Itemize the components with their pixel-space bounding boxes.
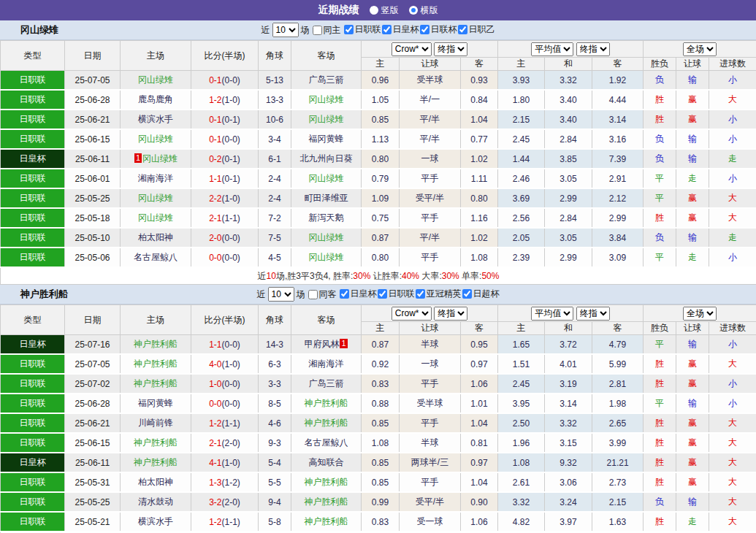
home-team[interactable]: 横滨水手 <box>138 114 173 124</box>
match-row: 日职联 25-05-10 柏太阳神 2-0(0-0) 7-5 冈山绿雉 0.87… <box>1 228 756 248</box>
league-filter[interactable]: 日皇杯 <box>381 23 419 36</box>
recent-count-select[interactable]: 10 <box>268 287 294 302</box>
home-team[interactable]: 福冈黄蜂 <box>138 398 173 408</box>
result-handicap: 走 <box>676 512 709 532</box>
league-checkbox[interactable] <box>378 289 387 299</box>
average-select[interactable]: 平均值 <box>531 42 573 56</box>
league-checkbox[interactable] <box>420 25 429 34</box>
home-team[interactable]: 川崎前锋 <box>138 418 173 428</box>
away-team[interactable]: 冈山绿雉 <box>309 173 344 183</box>
home-team[interactable]: 冈山绿雉 <box>138 212 173 223</box>
away-team[interactable]: 神户胜利船 <box>305 477 348 487</box>
away-team[interactable]: 湘南海洋 <box>309 358 344 369</box>
crow-select[interactable]: Crow* <box>392 42 432 56</box>
final-avg-select[interactable]: 终指 <box>576 307 610 321</box>
match-score: 0-2(0-1) <box>191 149 259 169</box>
avg-draw-odds: 3.32 <box>545 413 592 433</box>
away-team[interactable]: 神户胜利船 <box>305 418 348 428</box>
corner-count: 13-3 <box>259 90 291 110</box>
away-team[interactable]: 神户胜利船 <box>305 496 348 507</box>
match-date: 25-05-18 <box>65 208 121 228</box>
away-team-cell: 北九州向日葵 <box>291 149 362 169</box>
home-team[interactable]: 冈山绿雉 <box>138 193 173 203</box>
home-team[interactable]: 冈山绿雉 <box>138 74 173 85</box>
same-venue-filter[interactable]: 同客 <box>308 288 337 301</box>
league-checkbox[interactable] <box>458 25 467 34</box>
home-team[interactable]: 神户胜利船 <box>134 339 177 349</box>
league-filter[interactable]: 日超杯 <box>462 288 500 300</box>
full-match-select[interactable]: 全场 <box>683 307 717 321</box>
same-venue-filter[interactable]: 同主 <box>312 24 341 37</box>
away-team[interactable]: 新泻天鹅 <box>309 212 344 223</box>
away-team[interactable]: 广岛三箭 <box>309 74 344 85</box>
home-team[interactable]: 神户胜利船 <box>134 437 177 448</box>
team2-filterbar: 神户胜利船 近 10 场 同客 日皇杯日职联亚冠精英日超杯 <box>0 285 756 304</box>
league-checkbox[interactable] <box>462 289 472 299</box>
home-team[interactable]: 神户胜利船 <box>134 378 177 388</box>
final-avg-select[interactable]: 终指 <box>576 42 610 56</box>
crow-select[interactable]: Crow* <box>392 307 432 321</box>
halftime-score: (1-0) <box>222 95 240 105</box>
team-name: 神户胜利船 <box>20 288 68 301</box>
away-team[interactable]: 町田泽维亚 <box>305 193 348 203</box>
league-filter[interactable]: 日职联 <box>343 23 381 36</box>
away-team[interactable]: 神户胜利船 <box>305 398 348 408</box>
match-type: 日职联 <box>1 433 65 453</box>
home-team[interactable]: 湘南海洋 <box>138 173 173 183</box>
crow-away-odds: 1.04 <box>461 472 498 492</box>
home-team[interactable]: 柏太阳神 <box>138 232 173 242</box>
league-filter[interactable]: 亚冠精英 <box>415 288 462 300</box>
average-select[interactable]: 平均值 <box>531 307 573 321</box>
full-group-header: 全场 <box>644 41 756 58</box>
home-team-cell: 横滨水手 <box>121 512 191 532</box>
home-team[interactable]: 神户胜利船 <box>134 457 177 467</box>
home-team[interactable]: 鹿岛鹿角 <box>138 94 173 104</box>
away-team[interactable]: 北九州向日葵 <box>300 153 353 164</box>
away-team[interactable]: 冈山绿雉 <box>309 252 344 262</box>
home-team[interactable]: 柏太阳神 <box>138 477 173 487</box>
same-venue-checkbox[interactable] <box>313 26 322 35</box>
away-team[interactable]: 冈山绿雉 <box>309 94 344 104</box>
home-team[interactable]: 横滨水手 <box>138 516 173 526</box>
home-team[interactable]: 冈山绿雉 <box>138 134 173 144</box>
radio-horizontal-icon[interactable] <box>409 6 418 15</box>
away-team[interactable]: 甲府风林 <box>304 339 339 349</box>
away-team[interactable]: 福冈黄蜂 <box>309 134 344 144</box>
away-team[interactable]: 广岛三箭 <box>309 378 344 388</box>
home-team[interactable]: 名古屋鲸八 <box>134 252 177 262</box>
away-team[interactable]: 神户胜利船 <box>305 516 348 526</box>
league-checkbox[interactable] <box>340 289 349 299</box>
away-team-cell: 冈山绿雉 <box>291 110 362 129</box>
league-filter[interactable]: 日皇杯 <box>339 288 377 300</box>
avg-away-odds: 1.63 <box>592 512 644 532</box>
recent-count-select[interactable]: 10 <box>272 23 299 37</box>
radio-horizontal[interactable]: 横版 <box>409 4 438 17</box>
league-filter[interactable]: 日职联 <box>377 288 415 300</box>
same-venue-checkbox[interactable] <box>308 290 318 299</box>
league-filter[interactable]: 日职乙 <box>457 23 495 36</box>
full-match-select[interactable]: 全场 <box>683 42 717 56</box>
avg-home-odds: 2.56 <box>498 208 545 228</box>
league-checkbox[interactable] <box>382 25 392 34</box>
league-checkbox[interactable] <box>416 289 425 299</box>
away-team[interactable]: 高知联合 <box>309 457 344 467</box>
corner-count: 3-4 <box>259 129 291 149</box>
match-score: 1-2(1-0) <box>191 90 259 110</box>
league-checkbox[interactable] <box>344 25 354 34</box>
final-odds-select[interactable]: 终指 <box>434 307 467 321</box>
away-team[interactable]: 冈山绿雉 <box>309 114 344 124</box>
handicap-line: 平手 <box>400 472 461 492</box>
result-wdl: 胜 <box>644 90 676 110</box>
away-team-cell: 冈山绿雉 <box>291 228 362 248</box>
home-team[interactable]: 冈山绿雉 <box>142 153 177 164</box>
home-team[interactable]: 神户胜利船 <box>134 358 177 369</box>
away-team[interactable]: 名古屋鲸八 <box>305 437 348 448</box>
final-odds-select[interactable]: 终指 <box>434 42 467 56</box>
avg-home-odds: 2.61 <box>498 472 545 492</box>
away-team[interactable]: 冈山绿雉 <box>309 232 344 242</box>
league-filter[interactable]: 日联杯 <box>419 23 457 36</box>
home-team[interactable]: 清水鼓动 <box>138 496 173 507</box>
radio-vertical-icon[interactable] <box>370 6 378 15</box>
radio-vertical[interactable]: 竖版 <box>370 4 399 17</box>
home-team-cell: 神户胜利船 <box>121 354 191 374</box>
